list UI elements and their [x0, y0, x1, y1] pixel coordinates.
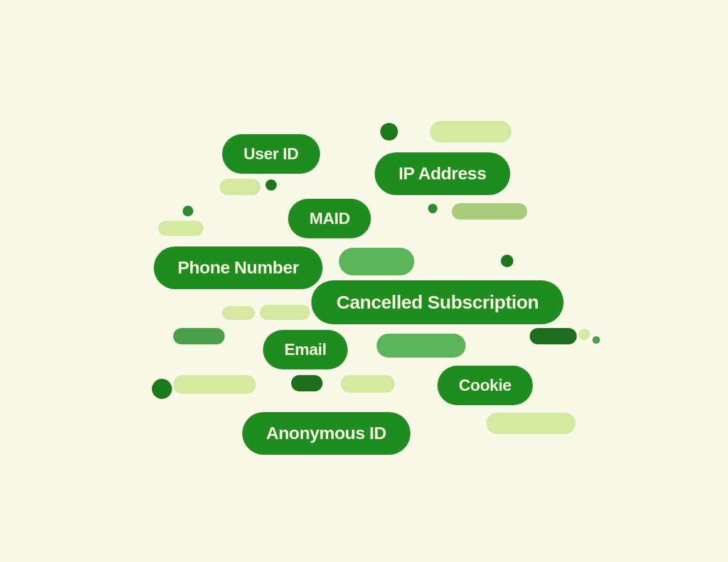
- dot-6: [579, 329, 590, 340]
- decorative-pill-dp13: [486, 413, 575, 434]
- email-pill: Email: [263, 330, 348, 369]
- decorative-pill-dp5: [222, 306, 255, 320]
- decorative-pill-dp1: [430, 121, 511, 142]
- decorative-pill-dp14: [452, 203, 527, 220]
- ip-address-pill: IP Address: [375, 152, 510, 195]
- decorative-pill-dp6: [260, 305, 310, 320]
- decorative-pill-dp11: [173, 375, 256, 394]
- dot-3: [183, 206, 193, 216]
- cancelled-subscription-pill: Cancelled Subscription: [311, 280, 564, 324]
- dot-8: [152, 379, 172, 399]
- dot-2: [265, 179, 277, 191]
- dot-1: [380, 123, 398, 140]
- decorative-pill-dp12: [341, 375, 395, 393]
- dot-5: [501, 255, 513, 267]
- decorative-pill-dp2: [220, 179, 260, 195]
- cookie-pill: Cookie: [437, 366, 533, 405]
- phone-number-pill: Phone Number: [154, 247, 323, 289]
- user-id-pill: User ID: [222, 134, 320, 174]
- decorative-pill-dp9: [530, 328, 577, 344]
- maid-pill: MAID: [288, 199, 371, 238]
- decorative-pill-dp4: [339, 248, 414, 275]
- decorative-pill-dp10: [291, 375, 323, 391]
- decorative-pill-dp8: [377, 334, 466, 358]
- decorative-pill-dp7: [173, 328, 225, 344]
- anonymous-id-pill: Anonymous ID: [242, 412, 410, 455]
- dot-4: [428, 204, 437, 213]
- decorative-pill-dp3: [158, 221, 203, 236]
- dot-7: [592, 336, 600, 344]
